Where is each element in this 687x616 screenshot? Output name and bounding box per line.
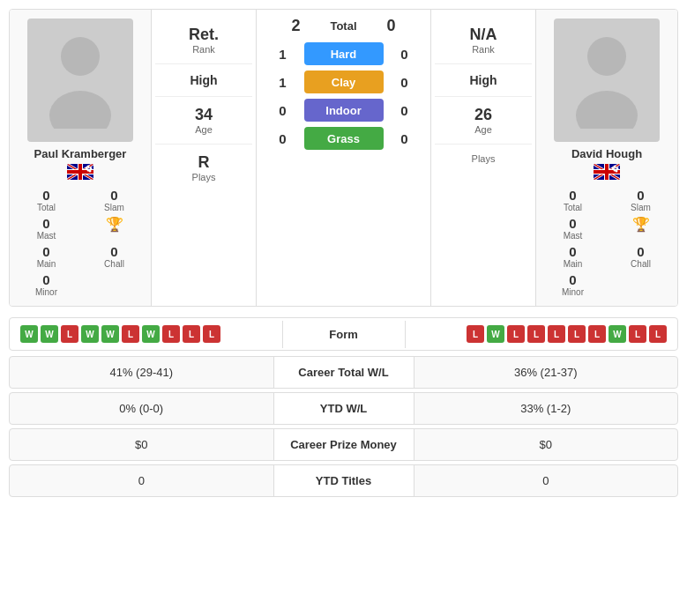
main-container: Paul Kramberger — [0, 0, 687, 509]
comparison-top: Paul Kramberger — [9, 9, 678, 307]
p2-high-block: High — [435, 64, 532, 97]
form-badge-p1: L — [61, 325, 78, 343]
svg-point-17 — [576, 91, 638, 129]
player2-flag — [594, 164, 620, 182]
p2-ytd-wl: 33% (1-2) — [414, 393, 678, 424]
svg-point-0 — [61, 37, 100, 76]
p2-plays-block: Plays — [435, 145, 532, 173]
grass-right: 0 — [394, 131, 415, 146]
career-total-label: Career Total W/L — [273, 357, 414, 388]
form-badge-p1: L — [183, 325, 200, 343]
form-badge-p1: W — [41, 325, 58, 343]
surface-clay-row: 1 Clay 0 — [264, 71, 423, 93]
player2-main-label: Main — [564, 259, 583, 269]
player2-total-stat: 0 Total — [543, 188, 602, 212]
svg-point-13 — [87, 166, 90, 168]
player1-chall-stat: 0 Chall — [85, 244, 144, 269]
ytd-wl-label: YTD W/L — [273, 393, 414, 424]
player1-mast-label: Mast — [37, 231, 56, 241]
form-badge-p2: L — [527, 325, 545, 343]
total-right: 0 — [381, 17, 402, 35]
player2-minor-label: Minor — [562, 287, 584, 297]
player2-chall-value: 0 — [637, 244, 644, 259]
career-total-row: 41% (29-41) Career Total W/L 36% (21-37) — [9, 356, 678, 389]
center-stats-p1: Ret. Rank High 34 Age R Plays — [151, 10, 257, 306]
total-row: 2 Total 0 — [264, 17, 423, 35]
p1-age-value: 34 — [159, 106, 249, 124]
svg-point-31 — [614, 169, 616, 172]
svg-point-1 — [49, 91, 111, 129]
player2-avatar — [554, 19, 660, 142]
player2-chall-label: Chall — [631, 259, 651, 269]
form-right: LWLLLLLWLL — [406, 318, 678, 350]
player1-chall-value: 0 — [110, 244, 117, 259]
p1-age-label: Age — [159, 124, 249, 135]
p1-high-value: High — [159, 73, 249, 87]
p1-plays-value: R — [159, 153, 249, 172]
player1-mast-value: 0 — [42, 216, 49, 231]
p1-age-block: 34 Age — [155, 97, 252, 145]
p1-career-total: 41% (29-41) — [10, 357, 273, 388]
grass-badge: Grass — [304, 127, 384, 150]
player1-slam-label: Slam — [104, 203, 124, 212]
form-badge-p2: W — [609, 325, 626, 343]
p2-rank-value: N/A — [438, 26, 528, 44]
p1-plays-block: R Plays — [155, 145, 252, 191]
player2-total-value: 0 — [569, 188, 576, 203]
player1-slam-value: 0 — [110, 188, 117, 203]
player1-total-stat: 0 Total — [17, 188, 76, 212]
form-center-label: Form — [282, 321, 406, 348]
hard-right: 0 — [394, 47, 415, 62]
player1-main-label: Main — [37, 259, 56, 269]
prize-money-row: $0 Career Prize Money $0 — [9, 428, 678, 461]
clay-left: 1 — [273, 75, 294, 90]
ytd-wl-row: 0% (0-0) YTD W/L 33% (1-2) — [9, 392, 678, 425]
player1-minor-stat: 0 Minor — [17, 272, 76, 297]
player1-flag — [67, 164, 93, 182]
player2-trophy-area: 🏆 — [611, 216, 670, 241]
p1-high-block: High — [155, 64, 252, 97]
grass-left: 0 — [273, 131, 294, 146]
surface-grass-row: 0 Grass 0 — [264, 127, 423, 150]
svg-point-30 — [616, 167, 619, 170]
player1-slam-stat: 0 Slam — [85, 188, 144, 212]
p1-rank-value: Ret. — [159, 26, 249, 44]
player1-mast-stat: 0 Mast — [17, 216, 76, 241]
p1-ytd-titles: 0 — [10, 465, 273, 496]
player1-main-stat: 0 Main — [17, 244, 76, 269]
p2-age-label: Age — [438, 124, 528, 135]
ytd-titles-label: YTD Titles — [273, 465, 414, 496]
p2-age-block: 26 Age — [435, 97, 532, 145]
form-section: WWLWWLWLLL Form LWLLLLLWLL — [9, 317, 678, 351]
player1-main-value: 0 — [42, 244, 49, 259]
form-badge-p1: W — [101, 325, 119, 343]
clay-right: 0 — [394, 75, 415, 90]
player1-card: Paul Kramberger — [10, 10, 151, 306]
right-stats-p2: N/A Rank High 26 Age Plays — [430, 10, 536, 306]
form-badge-p1: L — [162, 325, 180, 343]
prize-label: Career Prize Money — [273, 429, 414, 460]
player2-chall-stat: 0 Chall — [611, 244, 670, 269]
surface-hard-row: 1 Hard 0 — [264, 42, 423, 65]
p1-prize: $0 — [10, 429, 273, 460]
hard-badge: Hard — [304, 42, 384, 65]
player1-total-value: 0 — [42, 188, 49, 203]
p1-plays-label: Plays — [159, 172, 249, 182]
form-badge-p1: W — [20, 325, 38, 343]
form-badge-p2: W — [487, 325, 504, 343]
player1-name: Paul Kramberger — [34, 147, 127, 160]
player1-minor-value: 0 — [42, 272, 49, 287]
player2-minor-stat: 0 Minor — [543, 272, 602, 297]
p2-age-value: 26 — [438, 106, 528, 124]
total-label: Total — [317, 19, 370, 33]
player1-minor-label: Minor — [35, 287, 57, 297]
surface-section: 2 Total 0 1 Hard 0 1 Clay 0 0 Indoor — [257, 10, 430, 306]
p2-ytd-titles: 0 — [414, 465, 678, 496]
player2-slam-label: Slam — [631, 203, 651, 212]
p1-rank-label: Rank — [159, 44, 249, 55]
form-badge-p1: W — [81, 325, 99, 343]
player2-name: David Hough — [571, 147, 642, 160]
form-badge-p2: L — [467, 325, 484, 343]
player2-slam-value: 0 — [637, 188, 644, 203]
player2-stats-grid: 0 Total 0 Slam 0 Mast 🏆 0 Main — [543, 188, 670, 297]
